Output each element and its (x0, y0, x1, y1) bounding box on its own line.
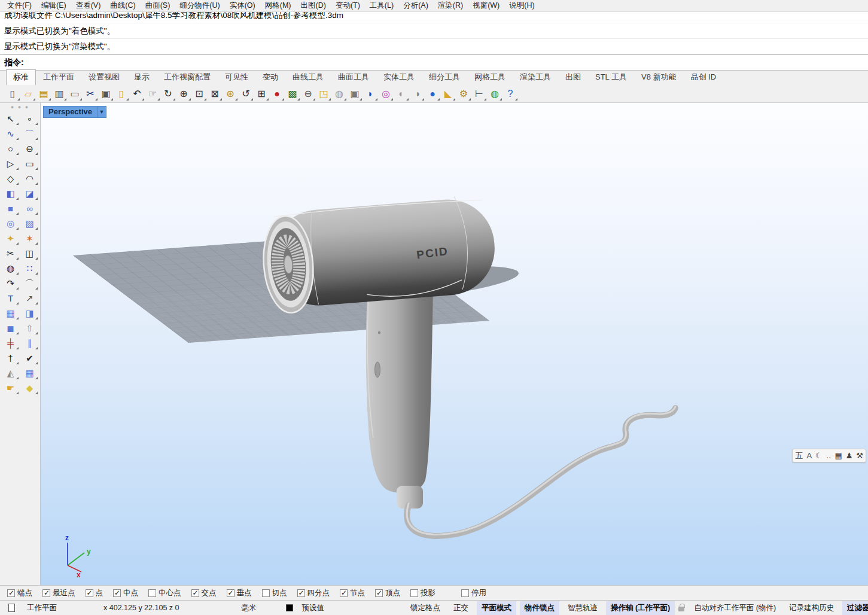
toolbar-icon-rotate-view[interactable]: ↻ (160, 86, 176, 101)
status-toggle-5[interactable]: 操作轴 (工作平面) (606, 601, 675, 615)
current-layer-button[interactable]: 预设值 (297, 601, 329, 615)
power-cord[interactable] (407, 407, 675, 537)
toolbar-icon-render[interactable]: ◗ (363, 86, 378, 101)
toolbar-tab-12[interactable]: 渲染工具 (513, 69, 558, 85)
osnap-toggle-4[interactable]: 中心点 (148, 588, 181, 598)
sidebar-tool-split[interactable]: ◫ (20, 246, 39, 261)
toolbar-icon-zoom-window[interactable]: ⊡ (191, 86, 207, 101)
osnap-checkbox[interactable] (148, 589, 156, 597)
osnap-toggle-0[interactable]: 端点 (7, 588, 32, 598)
sidebar-tool-section[interactable]: ╪ (1, 336, 20, 351)
sidebar-tool-orient[interactable]: † (1, 351, 20, 366)
viewport-canvas[interactable]: PCID z y (41, 103, 868, 585)
sidebar-grip[interactable]: ● ● ● (0, 103, 40, 111)
toolbar-tab-2[interactable]: 设置视图 (81, 69, 127, 85)
osnap-checkbox[interactable] (461, 589, 469, 597)
toolbar-icon-undo-view[interactable]: ↺ (238, 86, 254, 101)
sidebar-tool-explode-flash[interactable]: ✶ (20, 231, 39, 246)
ime-icon-half-full-moon[interactable]: ☾ (815, 450, 823, 461)
sidebar-tool-rebuild-curve[interactable]: ↷ (1, 276, 20, 291)
osnap-toggle-1[interactable]: 最近点 (42, 588, 75, 598)
status-toggle-0[interactable]: 自动对齐工作平面 (物件) (689, 601, 781, 615)
sidebar-tool-polygon[interactable]: ▷ (1, 156, 20, 171)
sidebar-tool-ellipse[interactable]: ⊖ (20, 141, 39, 156)
sidebar-tool-grid-array[interactable]: ▦ (20, 366, 39, 380)
cplane-page-icon[interactable] (8, 604, 15, 612)
ime-icon-letter-case[interactable]: A (806, 450, 812, 461)
menu-item-4[interactable]: 曲面(S) (141, 1, 175, 11)
toolbar-tab-0[interactable]: 标准 (6, 69, 36, 85)
sidebar-tool-circle[interactable]: ○ (1, 141, 20, 156)
status-toggle-2[interactable]: 过滤器 (842, 601, 868, 615)
osnap-checkbox[interactable] (375, 589, 383, 597)
toolbar-tab-10[interactable]: 细分工具 (422, 69, 467, 85)
osnap-toggle-7[interactable]: 切点 (262, 588, 287, 598)
menu-item-13[interactable]: 视窗(W) (468, 1, 504, 11)
osnap-toggle-10[interactable]: 顶点 (375, 588, 400, 598)
toolbar-icon-earth[interactable]: ◍ (487, 86, 502, 101)
status-toggle-3[interactable]: 物件锁点 (520, 601, 559, 615)
toolbar-icon-shaded-mode[interactable]: ◐ (394, 86, 409, 101)
osnap-toggle-3[interactable]: 中点 (113, 588, 138, 598)
sidebar-tool-mesh-surface[interactable]: ▨ (20, 216, 39, 231)
osnap-toggle-12[interactable]: 停用 (461, 588, 486, 598)
ime-icon-ime-settings-wrench[interactable]: ⚒ (856, 450, 863, 461)
toolbar-tab-11[interactable]: 网格工具 (467, 69, 513, 85)
sidebar-tool-hand-pick[interactable]: ☛ (1, 380, 20, 395)
status-toggle-2[interactable]: 平面模式 (477, 601, 516, 615)
lock-icon[interactable] (678, 607, 684, 611)
toolbar-icon-copy[interactable]: ▣ (98, 86, 114, 101)
sidebar-tool-box[interactable]: ■ (1, 201, 20, 216)
toolbar-icon-raytrace-cone[interactable]: ◣ (440, 86, 456, 101)
layer-color-swatch[interactable] (286, 604, 293, 611)
sidebar-tool-point[interactable]: ∘ (20, 111, 39, 126)
sidebar-tool-curved-surface[interactable]: ◪ (20, 186, 39, 201)
toolbar-tab-15[interactable]: V8 新功能 (634, 69, 684, 85)
osnap-toggle-8[interactable]: 四分点 (297, 588, 330, 598)
menu-item-2[interactable]: 查看(V) (71, 1, 106, 11)
toolbar-icon-zoom-extents[interactable]: ⊠ (207, 86, 223, 101)
ime-icon-separator-dots[interactable]: ‥ (826, 450, 832, 461)
osnap-toggle-5[interactable]: 交点 (191, 588, 217, 598)
sidebar-tool-fillet-curve[interactable]: ⌒ (20, 276, 39, 291)
osnap-toggle-9[interactable]: 节点 (340, 588, 365, 598)
status-toggle-0[interactable]: 锁定格点 (406, 601, 445, 615)
status-toggle-1[interactable]: 记录建构历史 (784, 601, 839, 615)
sidebar-tool-check-objects[interactable]: ✔ (20, 351, 39, 366)
sidebar-tool-cone-primitive[interactable]: ◭ (1, 366, 20, 380)
sidebar-tool-surface-from-points[interactable]: ◧ (1, 186, 20, 201)
toolbar-icon-save[interactable]: ▤ (36, 86, 51, 101)
menu-item-6[interactable]: 实体(O) (225, 1, 260, 11)
toolbar-icon-undo[interactable]: ↶ (129, 86, 145, 101)
hair-dryer-model[interactable]: PCID (260, 194, 675, 536)
toolbar-icon-pan-hand[interactable]: ☞ (145, 86, 160, 101)
osnap-checkbox[interactable] (191, 589, 199, 597)
toolbar-tab-6[interactable]: 变动 (255, 69, 285, 85)
toolbar-icon-paste[interactable]: ▯ (114, 86, 129, 101)
sidebar-tool-blend-curve[interactable]: ◠ (20, 171, 39, 186)
toolbar-tab-16[interactable]: 品创 ID (684, 69, 724, 85)
menu-item-0[interactable]: 文件(F) (2, 1, 36, 11)
toolbar-icon-car[interactable]: ● (269, 86, 285, 101)
sidebar-tool-explode-puzzle[interactable]: ✦ (1, 231, 20, 246)
osnap-toggle-2[interactable]: 点 (86, 588, 103, 598)
units-button[interactable]: 毫米 (236, 601, 261, 615)
toolbar-icon-viewport-layout[interactable]: ⊞ (254, 86, 269, 101)
sidebar-tool-trim[interactable]: ✂ (1, 246, 20, 261)
toolbar-icon-new-file[interactable]: ▯ (5, 86, 20, 101)
toolbar-icon-options-gear[interactable]: ⚙ (456, 86, 471, 101)
sidebar-tool-point-cloud[interactable]: ∷ (20, 261, 39, 276)
toolbar-icon-cut[interactable]: ✂ (83, 86, 98, 101)
osnap-checkbox[interactable] (7, 589, 15, 597)
toolbar-tab-8[interactable]: 曲面工具 (331, 69, 376, 85)
viewport-menu-chevron-icon[interactable]: ▼ (98, 106, 106, 118)
sidebar-tool-array[interactable]: ▦ (1, 306, 20, 321)
sidebar-tool-text[interactable]: T (1, 291, 20, 306)
sidebar-tool-hexagon[interactable]: ◇ (1, 171, 20, 186)
toolbar-icon-open-folder[interactable]: ▱ (20, 86, 36, 101)
osnap-toggle-6[interactable]: 垂点 (227, 588, 252, 598)
osnap-checkbox[interactable] (410, 589, 418, 597)
osnap-checkbox[interactable] (86, 589, 93, 597)
menu-item-11[interactable]: 分析(A) (398, 1, 433, 11)
sidebar-tool-mirror[interactable]: ◨ (20, 306, 39, 321)
